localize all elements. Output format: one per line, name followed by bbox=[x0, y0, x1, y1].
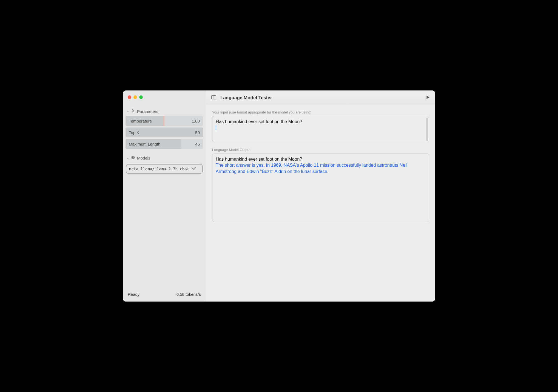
svg-rect-7 bbox=[133, 157, 134, 158]
text-caret bbox=[216, 125, 216, 130]
output-section: Language Model Output Has humankind ever… bbox=[212, 148, 429, 222]
chip-icon bbox=[131, 155, 135, 160]
param-value: 46 bbox=[195, 142, 200, 146]
parameters-section-header[interactable]: ⌄ Parameters bbox=[123, 101, 206, 116]
main-panel: Language Model Tester Your input (use fo… bbox=[206, 90, 435, 302]
page-title: Language Model Tester bbox=[220, 95, 272, 101]
app-window: ⌄ Parameters Temperature 1,00 Top K 50 bbox=[123, 90, 435, 302]
model-item[interactable]: meta-llama/Llama-2-7b-chat-hf bbox=[126, 164, 203, 174]
prompt-text: Has humankind ever set foot on the Moon? bbox=[216, 119, 302, 124]
svg-point-3 bbox=[133, 110, 134, 111]
sidebar-footer: Ready 6,58 tokens/s bbox=[123, 288, 206, 302]
param-label: Temperature bbox=[129, 119, 152, 123]
output-echo-text: Has humankind ever set foot on the Moon? bbox=[216, 157, 302, 161]
param-value: 50 bbox=[195, 130, 200, 135]
sidebar: ⌄ Parameters Temperature 1,00 Top K 50 bbox=[123, 90, 206, 302]
scrollbar-thumb[interactable] bbox=[426, 118, 428, 141]
status-label: Ready bbox=[128, 292, 140, 297]
svg-rect-6 bbox=[132, 157, 134, 159]
svg-rect-20 bbox=[212, 95, 216, 99]
minimize-window-button[interactable] bbox=[133, 95, 137, 99]
chevron-down-icon: ⌄ bbox=[127, 109, 129, 113]
output-generated-text: The short answer is yes. In 1969, NASA's… bbox=[216, 163, 407, 174]
param-label: Maximum Length bbox=[129, 142, 160, 146]
chevron-down-icon: ⌄ bbox=[127, 156, 129, 160]
param-value: 1,00 bbox=[192, 119, 200, 123]
svg-point-1 bbox=[132, 110, 133, 110]
output-box[interactable]: Has humankind ever set foot on the Moon?… bbox=[212, 154, 429, 222]
run-button[interactable] bbox=[425, 95, 430, 101]
sliders-icon bbox=[131, 109, 135, 114]
parameters-header-label: Parameters bbox=[137, 109, 158, 114]
param-top-k[interactable]: Top K 50 bbox=[126, 127, 203, 137]
svg-point-5 bbox=[132, 112, 133, 112]
models-header-label: Models bbox=[137, 156, 150, 160]
sidebar-toggle-icon[interactable] bbox=[211, 95, 217, 101]
model-name: meta-llama/Llama-2-7b-chat-hf bbox=[129, 167, 196, 171]
throughput-label: 6,58 tokens/s bbox=[176, 292, 201, 297]
models-section-header[interactable]: ⌄ Models bbox=[123, 150, 206, 163]
param-temperature[interactable]: Temperature 1,00 bbox=[126, 116, 203, 126]
close-window-button[interactable] bbox=[128, 95, 131, 99]
toolbar: Language Model Tester bbox=[206, 90, 435, 105]
fullscreen-window-button[interactable] bbox=[139, 95, 143, 99]
input-label: Your input (use format appropriate for t… bbox=[212, 110, 429, 114]
parameters-list: Temperature 1,00 Top K 50 Maximum Length… bbox=[123, 116, 206, 150]
param-maximum-length[interactable]: Maximum Length 46 bbox=[126, 139, 203, 149]
svg-marker-22 bbox=[427, 96, 430, 99]
param-label: Top K bbox=[129, 130, 139, 135]
prompt-input[interactable]: Has humankind ever set foot on the Moon? bbox=[212, 116, 429, 142]
window-controls bbox=[123, 90, 206, 101]
content-area: Your input (use format appropriate for t… bbox=[206, 105, 435, 227]
input-section: Your input (use format appropriate for t… bbox=[212, 110, 429, 142]
output-label: Language Model Output bbox=[212, 148, 429, 152]
models-list: meta-llama/Llama-2-7b-chat-hf bbox=[123, 163, 206, 175]
